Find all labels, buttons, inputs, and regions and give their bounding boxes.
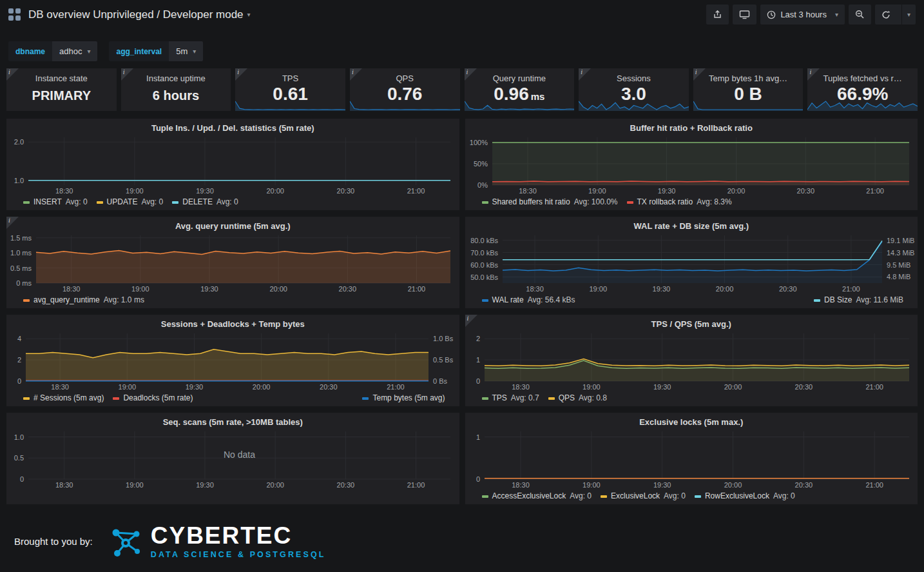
chart-canvas[interactable]: 18:3019:0019:3020:0020:3021:001.02.0 <box>6 134 459 196</box>
legend-item[interactable]: UPDATEAvg: 0 <box>97 197 164 208</box>
panel-info-icon[interactable]: i <box>121 68 133 81</box>
legend-avg-value: Avg: 11.6 MiB <box>856 295 903 306</box>
variable-agg-interval-value[interactable]: 5m ▾ <box>169 41 203 61</box>
legend-item[interactable]: Shared buffers hit ratioAvg: 100.0% <box>482 197 618 208</box>
legend-item[interactable]: WAL rateAvg: 56.4 kBs <box>482 295 575 306</box>
panel-info-icon[interactable]: i <box>235 68 247 81</box>
chart-legend: INSERTAvg: 0UPDATEAvg: 0DELETEAvg: 0 <box>6 196 459 208</box>
stat-panel-tps: i TPS 0.61 <box>235 68 345 111</box>
panel-title[interactable]: Tuple Ins. / Upd. / Del. statistics (5m … <box>6 119 459 134</box>
svg-text:1.0: 1.0 <box>14 433 24 441</box>
panel-avg-query-runtime: i Avg. query runtime (5m avg.) 18:3019:0… <box>6 217 459 308</box>
variable-agg-interval: agg_interval 5m ▾ <box>109 41 203 61</box>
panel-title[interactable]: Sessions + Deadlocks + Temp bytes <box>6 315 459 330</box>
stat-title[interactable]: Instance state <box>6 74 117 83</box>
legend-item[interactable]: QPSAvg: 0.8 <box>548 393 607 404</box>
panel-title[interactable]: Exclusive locks (5m max.) <box>465 413 918 428</box>
legend-item[interactable]: ShareRowExclusiveLockAvg: 0 <box>482 503 603 504</box>
refresh-button[interactable] <box>875 5 897 25</box>
svg-text:4: 4 <box>17 335 21 342</box>
legend-item[interactable]: ExclusiveLockAvg: 0 <box>601 491 686 502</box>
legend-avg-value: Avg: 1.0 ms <box>104 295 144 306</box>
stat-title[interactable]: Instance uptime <box>121 74 231 83</box>
zoom-out-button[interactable] <box>849 5 871 25</box>
svg-text:19:30: 19:30 <box>200 285 218 293</box>
dashboards-grid-icon[interactable] <box>8 8 21 21</box>
share-icon <box>713 10 722 19</box>
panel-info-icon[interactable]: i <box>807 68 820 81</box>
series-color-marker <box>548 397 555 400</box>
stat-panels-row: i Instance state PRIMARY i Instance upti… <box>6 68 918 111</box>
dashboard-title[interactable]: DB overview Unprivileged / Developer mod… <box>28 8 244 21</box>
svg-text:18:30: 18:30 <box>55 481 73 489</box>
chart-canvas[interactable]: 18:3019:0019:3020:0020:3021:000240 Bs0.5… <box>6 330 459 392</box>
footer: Brought to you by: CYBERTEC DATA SCIENCE… <box>14 524 924 559</box>
legend-item[interactable]: DB SizeAvg: 11.6 MiB <box>814 295 903 306</box>
legend-avg-value: Avg: 0 <box>720 503 742 504</box>
stat-title[interactable]: Query runtime <box>465 74 575 83</box>
panel-info-icon[interactable]: i <box>6 217 19 229</box>
legend-item[interactable]: AccessExclusiveLockAvg: 0 <box>482 491 592 502</box>
chart-canvas[interactable]: 18:3019:0019:3020:0020:3021:0050.0 kBs60… <box>465 232 918 294</box>
svg-text:20:00: 20:00 <box>724 383 742 391</box>
time-range-picker[interactable]: Last 3 hours ▾ <box>760 5 845 25</box>
panel-info-icon[interactable]: i <box>465 315 477 327</box>
panel-title[interactable]: TPS / QPS (5m avg.) <box>465 315 918 330</box>
panel-title[interactable]: Buffer hit ratio + Rollback ratio <box>465 119 918 134</box>
stat-title[interactable]: Sessions <box>579 74 689 83</box>
legend-item[interactable]: ShareUpdateExclusiveLockAvg: 0 <box>611 503 742 504</box>
svg-text:18:30: 18:30 <box>51 383 69 391</box>
panel-info-icon[interactable]: i <box>465 68 477 81</box>
chart-canvas[interactable]: 18:3019:0019:3020:0020:3021:000 ms0.5 ms… <box>6 232 459 294</box>
panel-title[interactable]: Avg. query runtime (5m avg.) <box>6 217 459 232</box>
stat-value: 0 B <box>693 84 804 104</box>
series-color-marker <box>23 201 30 204</box>
stat-panel-qps: i QPS 0.76 <box>350 68 460 111</box>
svg-text:21:00: 21:00 <box>387 383 405 391</box>
panel-title[interactable]: WAL rate + DB size (5m avg.) <box>465 217 918 232</box>
legend-item[interactable]: RowExclusiveLockAvg: 0 <box>695 491 795 502</box>
variable-dbname-value[interactable]: adhoc ▾ <box>52 41 97 61</box>
legend-label: ShareUpdateExclusiveLock <box>622 503 717 504</box>
svg-text:19:30: 19:30 <box>196 481 214 489</box>
panel-title[interactable]: Seq. scans (5m rate, >10MB tables) <box>6 413 459 428</box>
legend-item[interactable]: TPSAvg: 0.7 <box>482 393 539 404</box>
panel-info-icon[interactable]: i <box>6 68 19 81</box>
legend-item[interactable]: avg_query_runtimeAvg: 1.0 ms <box>23 295 144 306</box>
svg-text:18:30: 18:30 <box>526 285 544 293</box>
svg-text:19:30: 19:30 <box>657 187 675 195</box>
legend-item[interactable]: Temp bytes (5m avg) <box>362 393 445 404</box>
legend-item[interactable]: # Sessions (5m avg) <box>23 393 104 404</box>
stat-title[interactable]: QPS <box>350 74 460 83</box>
stat-panel-instance-uptime: i Instance uptime 6 hours <box>121 68 231 111</box>
svg-text:4.8 MiB: 4.8 MiB <box>887 273 910 281</box>
svg-text:19:30: 19:30 <box>653 481 671 489</box>
panel-info-icon[interactable]: i <box>693 68 706 81</box>
panel-info-icon[interactable]: i <box>579 68 591 81</box>
panel-info-icon[interactable]: i <box>350 68 362 81</box>
series-color-marker <box>362 397 369 400</box>
chart-canvas[interactable]: 18:3019:0019:3020:0020:3021:0001 <box>465 428 918 490</box>
svg-text:20:30: 20:30 <box>778 285 796 293</box>
panel-sessions-deadlocks: Sessions + Deadlocks + Temp bytes 18:301… <box>6 315 459 406</box>
stat-title[interactable]: TPS <box>235 74 345 83</box>
share-button[interactable] <box>706 5 729 25</box>
svg-text:19:30: 19:30 <box>196 187 214 195</box>
legend-item[interactable]: Deadlocks (5m rate) <box>113 393 193 404</box>
chart-canvas[interactable]: 18:3019:0019:3020:0020:3021:00012 <box>465 330 918 392</box>
legend-item[interactable]: INSERTAvg: 0 <box>23 197 88 208</box>
svg-text:20:00: 20:00 <box>269 285 287 293</box>
stat-value: 6 hours <box>121 88 231 103</box>
chart-canvas[interactable]: 18:3019:0019:3020:0020:3021:000%50%100% <box>465 134 918 196</box>
legend-label: DB Size <box>824 295 852 306</box>
stat-title[interactable]: Tuples fetched vs r… <box>807 74 918 83</box>
legend-label: Deadlocks (5m rate) <box>123 393 193 404</box>
legend-item[interactable]: TX rollback ratioAvg: 8.3% <box>627 197 732 208</box>
legend-item[interactable]: DELETEAvg: 0 <box>172 197 238 208</box>
series-color-marker <box>482 397 488 400</box>
refresh-interval-dropdown[interactable]: ▾ <box>901 5 916 25</box>
chart-canvas[interactable]: 18:3019:0019:3020:0020:3021:0000.51.0No … <box>6 428 459 490</box>
tv-mode-button[interactable] <box>733 5 756 25</box>
svg-text:1.0 Bs: 1.0 Bs <box>433 335 454 342</box>
stat-title[interactable]: Temp bytes 1h avg… <box>693 74 804 83</box>
